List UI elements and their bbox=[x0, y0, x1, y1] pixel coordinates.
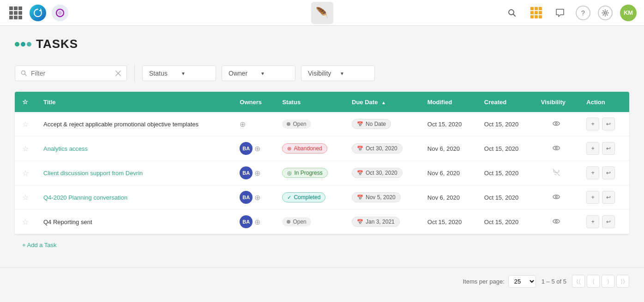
visibility-cell[interactable] bbox=[534, 112, 579, 136]
status-badge: ✓Completed bbox=[282, 192, 325, 202]
first-page-button[interactable]: ⟨⟨ bbox=[572, 275, 585, 288]
th-due-date[interactable]: Due Date ▲ bbox=[344, 92, 420, 112]
grid-dot bbox=[14, 11, 18, 15]
action-cell: + ↩ bbox=[579, 185, 629, 210]
star-icon[interactable]: ☆ bbox=[22, 169, 29, 177]
add-action-button[interactable]: + bbox=[586, 215, 599, 228]
link-action-button[interactable]: ↩ bbox=[602, 166, 615, 179]
due-date-cell: 📅Oct 30, 2020 bbox=[344, 136, 420, 161]
status-filter[interactable]: Status ▼ bbox=[142, 65, 216, 81]
main-content: TASKS Status ▼ Owner ▼ Visibility ▼ bbox=[0, 26, 644, 267]
star-icon[interactable]: ☆ bbox=[22, 218, 29, 226]
calendar-icon: 📅 bbox=[357, 195, 363, 201]
task-title[interactable]: Q4 Reporting sent bbox=[43, 219, 92, 225]
chat-button[interactable] bbox=[552, 5, 568, 21]
th-action: Action bbox=[579, 92, 629, 112]
owners-td: BA⊕ bbox=[232, 161, 275, 185]
help-button[interactable]: ? bbox=[576, 6, 590, 20]
prev-page-button[interactable]: ⟨ bbox=[587, 275, 600, 288]
add-owner-button[interactable]: ⊕ bbox=[240, 120, 246, 129]
app-logo-left[interactable] bbox=[30, 5, 46, 21]
add-owner-button[interactable]: ⊕ bbox=[254, 193, 260, 202]
grid-menu-button[interactable] bbox=[7, 5, 24, 21]
page-title: TASKS bbox=[36, 37, 78, 51]
per-page-select[interactable]: 25 50 100 bbox=[508, 275, 536, 288]
page-info: 1 – 5 of 5 bbox=[542, 278, 566, 285]
th-created[interactable]: Created bbox=[477, 92, 534, 112]
add-action-button[interactable]: + bbox=[586, 191, 599, 204]
star-icon[interactable]: ☆ bbox=[22, 194, 29, 201]
th-visibility[interactable]: Visibility bbox=[534, 92, 579, 112]
owners-cell: BA⊕ bbox=[240, 166, 267, 179]
visibility-chevron-icon: ▼ bbox=[340, 71, 368, 76]
th-title[interactable]: Title bbox=[36, 92, 232, 112]
hidden-icon bbox=[553, 169, 560, 176]
visibility-cell[interactable] bbox=[534, 161, 579, 185]
search-button[interactable] bbox=[504, 5, 520, 21]
grid-dot bbox=[9, 6, 13, 10]
task-title[interactable]: Analytics access bbox=[43, 145, 88, 152]
svg-point-9 bbox=[553, 122, 560, 125]
filters-bar: Status ▼ Owner ▼ Visibility ▼ bbox=[15, 64, 629, 83]
status-badge: ⊗Abandoned bbox=[282, 143, 327, 154]
th-status[interactable]: Status bbox=[275, 92, 344, 112]
grid-dot bbox=[9, 11, 13, 15]
settings-button[interactable] bbox=[598, 6, 613, 20]
add-owner-button[interactable]: ⊕ bbox=[254, 144, 260, 153]
star-icon[interactable]: ☆ bbox=[22, 145, 29, 153]
owner-avatar: BA bbox=[240, 142, 253, 155]
created-cell: Oct 15, 2020 bbox=[477, 112, 534, 136]
task-title[interactable]: Accept & reject applicable promotional o… bbox=[43, 121, 199, 128]
add-action-button[interactable]: + bbox=[586, 142, 599, 155]
svg-line-6 bbox=[25, 74, 27, 76]
add-action-button[interactable]: + bbox=[586, 118, 599, 130]
status-cell: ✓Completed bbox=[275, 185, 344, 210]
visibility-cell[interactable] bbox=[534, 185, 579, 210]
link-action-button[interactable]: ↩ bbox=[602, 215, 615, 228]
th-owners[interactable]: Owners bbox=[232, 92, 275, 112]
status-filter-label: Status bbox=[149, 70, 177, 77]
visibility-filter[interactable]: Visibility ▼ bbox=[301, 65, 375, 81]
link-action-button[interactable]: ↩ bbox=[602, 142, 615, 155]
link-action-button[interactable]: ↩ bbox=[602, 191, 615, 204]
star-header-icon: ☆ bbox=[22, 98, 28, 106]
th-modified[interactable]: Modified bbox=[420, 92, 477, 112]
visible-icon bbox=[553, 193, 560, 201]
add-owner-button[interactable]: ⊕ bbox=[254, 169, 260, 178]
orange-grid-button[interactable] bbox=[528, 5, 544, 21]
visibility-filter-label: Visibility bbox=[308, 70, 336, 77]
next-page-button[interactable]: ⟩ bbox=[602, 275, 614, 288]
grid-icon bbox=[9, 6, 22, 19]
user-avatar[interactable]: KM bbox=[620, 5, 637, 21]
task-title[interactable]: Client discussion support from Devrin bbox=[43, 170, 143, 177]
visibility-cell[interactable] bbox=[534, 136, 579, 161]
add-owner-button[interactable]: ⊕ bbox=[254, 218, 260, 226]
refresh-icon bbox=[33, 8, 43, 18]
star-cell: ☆ bbox=[15, 185, 36, 210]
secondary-app-icon[interactable] bbox=[52, 5, 68, 21]
title-cell: Analytics access bbox=[36, 136, 232, 161]
owners-td: BA⊕ bbox=[232, 210, 275, 234]
check-icon: ✓ bbox=[287, 195, 291, 201]
link-action-button[interactable]: ↩ bbox=[602, 118, 615, 130]
filter-input-container[interactable] bbox=[15, 65, 127, 81]
task-title[interactable]: Q4-2020 Planning conversation bbox=[43, 194, 127, 201]
action-cell: + ↩ bbox=[579, 161, 629, 185]
star-icon[interactable]: ☆ bbox=[22, 120, 29, 128]
top-nav: 🪶 ? bbox=[0, 0, 644, 26]
filter-input[interactable] bbox=[31, 70, 112, 77]
tasks-dot-2 bbox=[21, 42, 25, 47]
owner-filter[interactable]: Owner ▼ bbox=[222, 65, 295, 81]
last-page-button[interactable]: ⟩⟩ bbox=[616, 275, 629, 288]
add-action-button[interactable]: + bbox=[586, 166, 599, 179]
add-task-button[interactable]: + Add a Task bbox=[15, 234, 629, 256]
clear-filter-icon[interactable] bbox=[115, 71, 121, 76]
visible-icon bbox=[553, 144, 560, 152]
due-date-badge: 📅Oct 30, 2020 bbox=[352, 168, 403, 178]
gear-icon bbox=[602, 9, 609, 17]
grid-dot bbox=[14, 6, 18, 10]
action-cell: + ↩ bbox=[579, 210, 629, 234]
visibility-cell[interactable] bbox=[534, 210, 579, 234]
status-chevron-icon: ▼ bbox=[181, 71, 209, 76]
owners-cell: BA⊕ bbox=[240, 191, 267, 204]
